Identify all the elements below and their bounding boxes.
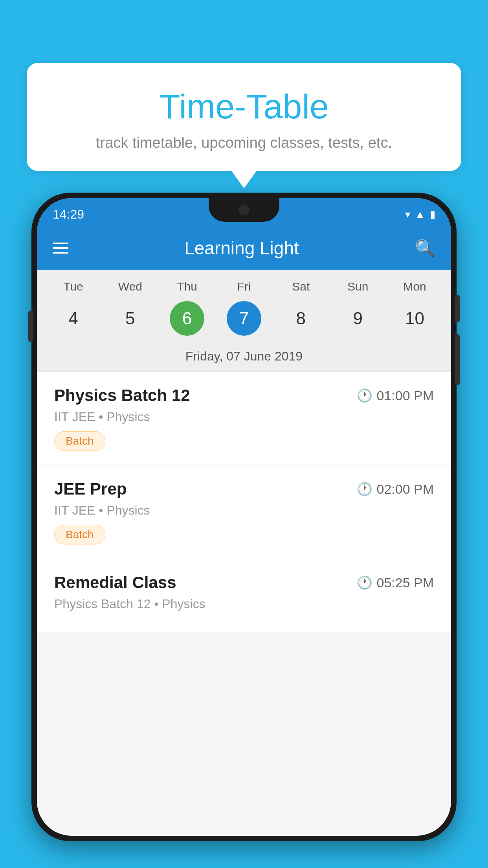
app-bar: Learning Light 🔍 (37, 226, 451, 270)
class-header: Remedial Class 🕐 05:25 PM (54, 573, 434, 592)
day-headers: TueWedThuFriSatSunMon (37, 276, 451, 297)
wifi-icon: ▾ (405, 208, 410, 221)
day-number[interactable]: 7 (227, 301, 261, 336)
class-name: JEE Prep (54, 480, 127, 498)
day-header-label: Sun (334, 280, 382, 293)
class-time: 🕐 01:00 PM (357, 388, 434, 403)
tooltip-title: Time-Table (50, 86, 438, 127)
tooltip-card: Time-Table track timetable, upcoming cla… (27, 63, 461, 171)
clock-icon: 🕐 (357, 482, 372, 497)
class-list: Physics Batch 12 🕐 01:00 PM IIT JEE • Ph… (37, 372, 451, 633)
battery-icon: ▮ (430, 208, 435, 221)
class-name: Physics Batch 12 (54, 386, 190, 405)
class-header: Physics Batch 12 🕐 01:00 PM (54, 386, 434, 405)
day-header-label: Sat (277, 280, 325, 293)
class-time: 🕐 02:00 PM (357, 482, 434, 497)
selected-date: Friday, 07 June 2019 (37, 344, 451, 372)
calendar-strip: TueWedThuFriSatSunMon 45678910 Friday, 0… (37, 270, 451, 372)
class-meta: IIT JEE • Physics (54, 503, 434, 518)
class-header: JEE Prep 🕐 02:00 PM (54, 480, 434, 498)
class-item[interactable]: Physics Batch 12 🕐 01:00 PM IIT JEE • Ph… (37, 372, 451, 465)
day-number[interactable]: 9 (341, 301, 375, 336)
batch-badge: Batch (54, 431, 105, 451)
day-header-label: Fri (220, 280, 268, 293)
phone-screen: 14:29 ▾ ▲ ▮ Learning Light 🔍 (37, 198, 451, 836)
app-title: Learning Light (184, 237, 299, 259)
side-button-power-bot (455, 334, 460, 385)
day-number[interactable]: 5 (113, 301, 147, 336)
signal-icon: ▲ (415, 208, 425, 221)
class-time: 🕐 05:25 PM (357, 575, 434, 590)
side-button-volume (28, 311, 33, 342)
class-meta: IIT JEE • Physics (54, 410, 434, 424)
side-button-power-top (455, 295, 460, 322)
day-numbers: 45678910 (37, 297, 451, 344)
class-name: Remedial Class (54, 573, 176, 592)
phone-camera (238, 204, 250, 215)
day-number[interactable]: 10 (397, 301, 432, 336)
phone-notch (209, 198, 279, 222)
day-header-label: Mon (391, 280, 438, 293)
day-number[interactable]: 4 (56, 301, 90, 336)
status-time: 14:29 (53, 207, 84, 222)
day-header-label: Tue (50, 280, 97, 293)
batch-badge: Batch (54, 525, 105, 544)
day-header-label: Thu (163, 280, 211, 293)
search-icon[interactable]: 🔍 (415, 239, 435, 258)
hamburger-menu[interactable] (53, 243, 68, 254)
clock-icon: 🕐 (357, 388, 372, 403)
clock-icon: 🕐 (357, 575, 372, 590)
day-header-label: Wed (106, 280, 154, 293)
tooltip-subtitle: track timetable, upcoming classes, tests… (50, 134, 438, 151)
status-icons: ▾ ▲ ▮ (405, 208, 435, 221)
day-number[interactable]: 6 (170, 301, 204, 336)
class-meta: Physics Batch 12 • Physics (54, 597, 434, 611)
phone-outer: 14:29 ▾ ▲ ▮ Learning Light 🔍 (31, 193, 457, 841)
class-item[interactable]: JEE Prep 🕐 02:00 PM IIT JEE • Physics Ba… (37, 465, 451, 559)
day-number[interactable]: 8 (284, 301, 318, 336)
phone-mockup: 14:29 ▾ ▲ ▮ Learning Light 🔍 (31, 193, 457, 868)
class-item[interactable]: Remedial Class 🕐 05:25 PM Physics Batch … (37, 559, 451, 633)
